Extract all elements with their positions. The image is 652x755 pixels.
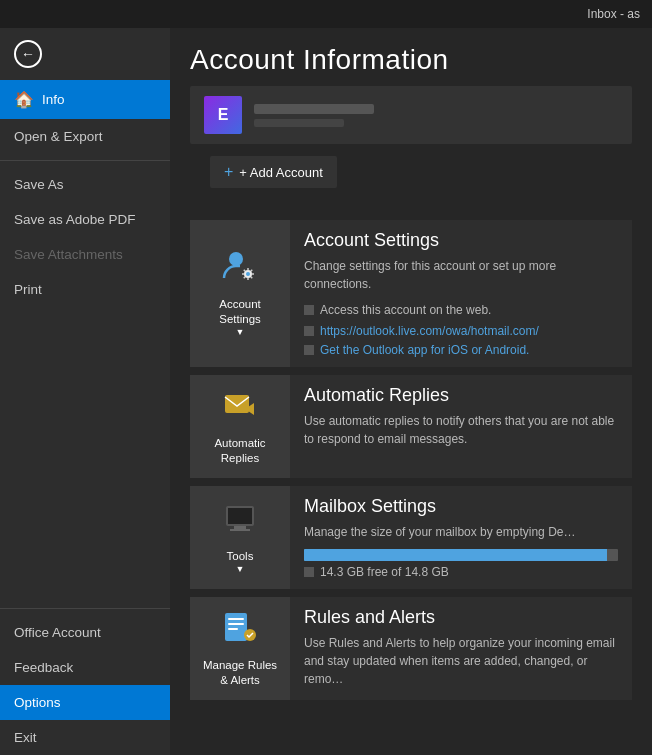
account-settings-link-2[interactable]: https://outlook.live.com/owa/hotmail.com… xyxy=(304,324,618,338)
sidebar-item-save-adobe-label: Save as Adobe PDF xyxy=(14,212,136,227)
sidebar-item-info[interactable]: 🏠 Info xyxy=(0,80,170,119)
rules-alerts-text: Rules and Alerts Use Rules and Alerts to… xyxy=(290,597,632,700)
sidebar-item-open-export[interactable]: Open & Export xyxy=(0,119,170,154)
sidebar-item-office-account-label: Office Account xyxy=(14,625,101,640)
sidebar-item-save-attachments: Save Attachments xyxy=(0,237,170,272)
automatic-replies-text: Automatic Replies Use automatic replies … xyxy=(290,375,632,478)
mailbox-settings-section: Tools ▼ Mailbox Settings Manage the size… xyxy=(190,486,632,589)
tools-icon xyxy=(222,500,258,543)
svg-rect-6 xyxy=(234,526,246,529)
mailbox-progress-text: 14.3 GB free of 14.8 GB xyxy=(304,565,618,579)
add-account-label: + Add Account xyxy=(239,165,322,180)
automatic-replies-desc: Use automatic replies to notify others t… xyxy=(304,412,618,448)
manage-rules-icon xyxy=(222,609,258,652)
avatar-letter: E xyxy=(218,106,229,124)
sidebar-item-save-as-label: Save As xyxy=(14,177,64,192)
sidebar-item-exit-label: Exit xyxy=(14,730,37,745)
account-settings-title: Account Settings xyxy=(304,230,618,251)
sidebar-item-info-label: Info xyxy=(42,92,65,107)
bullet-icon-3 xyxy=(304,345,314,355)
account-settings-section: AccountSettings ▼ Account Settings Chang… xyxy=(190,220,632,367)
top-bar: Inbox - as xyxy=(0,0,652,28)
svg-rect-7 xyxy=(230,529,250,531)
progress-bullet-icon xyxy=(304,567,314,577)
svg-rect-9 xyxy=(228,618,244,620)
account-settings-text: Account Settings Change settings for thi… xyxy=(290,220,632,367)
mailbox-size-label: 14.3 GB free of 14.8 GB xyxy=(320,565,449,579)
account-settings-link-1: Access this account on the web. xyxy=(304,301,618,319)
sidebar-divider-2 xyxy=(0,608,170,609)
svg-rect-10 xyxy=(228,623,244,625)
account-settings-link-3[interactable]: Get the Outlook app for iOS or Android. xyxy=(304,343,618,357)
add-account-container: + + Add Account xyxy=(190,156,632,204)
bullet-icon-2 xyxy=(304,326,314,336)
tools-icon-label: Tools ▼ xyxy=(227,549,254,576)
account-email-bar xyxy=(254,119,344,127)
mailbox-settings-title: Mailbox Settings xyxy=(304,496,618,517)
automatic-replies-icon-box[interactable]: AutomaticReplies xyxy=(190,375,290,478)
svg-rect-5 xyxy=(228,508,252,524)
svg-point-2 xyxy=(246,272,250,276)
automatic-replies-title: Automatic Replies xyxy=(304,385,618,406)
account-settings-icon xyxy=(222,248,258,291)
top-bar-title: Inbox - as xyxy=(587,7,640,21)
mailbox-progress-fill xyxy=(304,549,607,561)
sidebar-divider-1 xyxy=(0,160,170,161)
sidebar-item-print[interactable]: Print xyxy=(0,272,170,307)
sidebar-item-options-label: Options xyxy=(14,695,61,710)
sidebar-item-office-account[interactable]: Office Account xyxy=(0,615,170,650)
automatic-replies-icon xyxy=(222,387,258,430)
mailbox-settings-desc: Manage the size of your mailbox by empty… xyxy=(304,523,618,541)
content-header: Account Information xyxy=(170,28,652,86)
home-icon: 🏠 xyxy=(14,90,34,109)
account-settings-icon-box[interactable]: AccountSettings ▼ xyxy=(190,220,290,367)
svg-rect-11 xyxy=(228,628,238,630)
bullet-icon-1 xyxy=(304,305,314,315)
account-web-access-label: Access this account on the web. xyxy=(320,301,491,319)
manage-rules-icon-box[interactable]: Manage Rules& Alerts xyxy=(190,597,290,700)
account-info xyxy=(254,104,374,127)
sidebar-spacer xyxy=(0,307,170,602)
svg-point-0 xyxy=(229,252,243,266)
rules-alerts-section: Manage Rules& Alerts Rules and Alerts Us… xyxy=(190,597,632,700)
rules-alerts-title: Rules and Alerts xyxy=(304,607,618,628)
get-outlook-app-link[interactable]: Get the Outlook app for iOS or Android. xyxy=(320,343,529,357)
back-icon: ← xyxy=(14,40,42,68)
add-account-button[interactable]: + + Add Account xyxy=(210,156,337,188)
sidebar: ← 🏠 Info Open & Export Save As Save as A… xyxy=(0,28,170,755)
mailbox-settings-text: Mailbox Settings Manage the size of your… xyxy=(290,486,632,589)
sidebar-item-feedback-label: Feedback xyxy=(14,660,73,675)
sidebar-item-print-label: Print xyxy=(14,282,42,297)
account-name-bar xyxy=(254,104,374,114)
plus-icon: + xyxy=(224,163,233,181)
account-settings-dropdown-arrow: ▼ xyxy=(219,327,261,339)
account-settings-desc: Change settings for this account or set … xyxy=(304,257,618,293)
rules-alerts-desc: Use Rules and Alerts to help organize yo… xyxy=(304,634,618,688)
sidebar-item-save-adobe[interactable]: Save as Adobe PDF xyxy=(0,202,170,237)
page-title: Account Information xyxy=(190,44,632,76)
account-card: E xyxy=(190,86,632,144)
sidebar-item-save-as[interactable]: Save As xyxy=(0,167,170,202)
sidebar-item-feedback[interactable]: Feedback xyxy=(0,650,170,685)
avatar: E xyxy=(204,96,242,134)
sidebar-item-save-attachments-label: Save Attachments xyxy=(14,247,123,262)
automatic-replies-section: AutomaticReplies Automatic Replies Use a… xyxy=(190,375,632,478)
sidebar-item-options[interactable]: Options xyxy=(0,685,170,720)
account-settings-icon-label: AccountSettings ▼ xyxy=(219,297,261,339)
manage-rules-icon-label: Manage Rules& Alerts xyxy=(203,658,277,688)
automatic-replies-icon-label: AutomaticReplies xyxy=(214,436,265,466)
main-layout: ← 🏠 Info Open & Export Save As Save as A… xyxy=(0,28,652,755)
tools-icon-box[interactable]: Tools ▼ xyxy=(190,486,290,589)
svg-rect-3 xyxy=(225,395,249,413)
mailbox-progress-bar xyxy=(304,549,618,561)
sidebar-item-open-export-label: Open & Export xyxy=(14,129,103,144)
content-area: Account Information E + + Add Account xyxy=(170,28,652,755)
tools-dropdown-arrow: ▼ xyxy=(227,564,254,576)
outlook-live-link[interactable]: https://outlook.live.com/owa/hotmail.com… xyxy=(320,324,539,338)
back-button[interactable]: ← xyxy=(0,28,170,80)
sidebar-item-exit[interactable]: Exit xyxy=(0,720,170,755)
svg-rect-8 xyxy=(225,613,247,641)
